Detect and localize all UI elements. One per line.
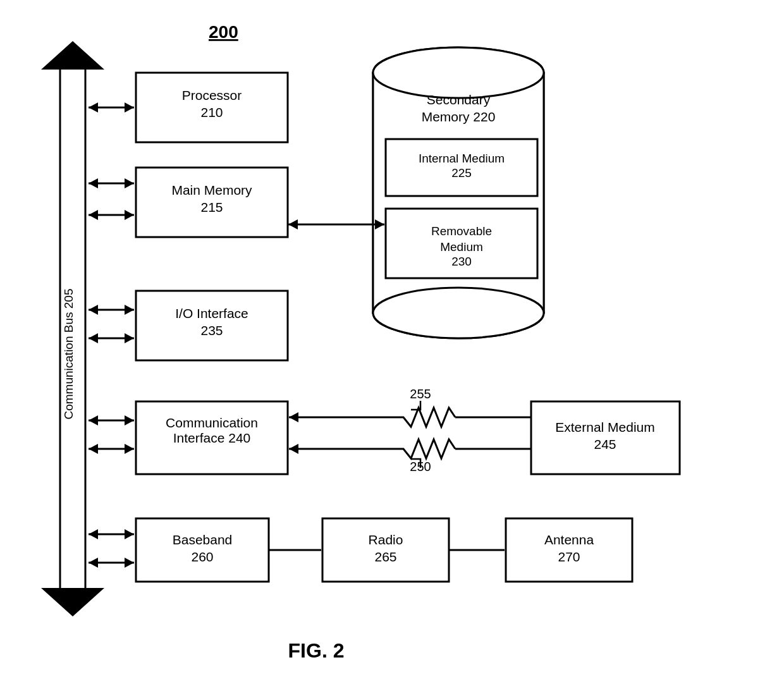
title: 200	[209, 22, 238, 42]
svg-marker-8	[125, 102, 134, 113]
svg-marker-52	[125, 415, 134, 425]
svg-rect-56	[531, 401, 680, 474]
svg-marker-0	[60, 63, 85, 594]
svg-text:Internal Medium: Internal Medium	[419, 152, 505, 165]
diagram-container: 200 Communication Bus 205 Processor 210 …	[0, 0, 784, 679]
svg-text:Radio: Radio	[369, 532, 403, 547]
svg-rect-3	[136, 73, 288, 142]
svg-text:Interface 240: Interface 240	[173, 431, 251, 445]
svg-marker-13	[89, 178, 98, 188]
comm-bus-label: Communication Bus 205	[62, 289, 75, 420]
svg-marker-46	[125, 333, 134, 343]
svg-point-20	[373, 288, 544, 338]
svg-rect-47	[136, 401, 288, 474]
svg-rect-9	[136, 168, 288, 237]
svg-rect-67	[136, 518, 269, 582]
svg-marker-17	[125, 210, 134, 220]
svg-rect-76	[322, 518, 449, 582]
svg-point-25	[373, 47, 544, 98]
svg-marker-1	[41, 41, 104, 70]
svg-marker-55	[125, 444, 134, 454]
svg-marker-71	[89, 529, 98, 539]
svg-text:270: 270	[558, 549, 580, 564]
diagram-svg: 200 Communication Bus 205 Processor 210 …	[0, 0, 784, 679]
svg-rect-21	[374, 73, 543, 312]
svg-text:Secondary: Secondary	[427, 92, 491, 107]
svg-text:Removable: Removable	[431, 224, 492, 238]
svg-text:215: 215	[200, 200, 223, 214]
svg-marker-43	[125, 305, 134, 315]
svg-marker-65	[289, 444, 298, 454]
svg-text:External Medium: External Medium	[555, 420, 655, 434]
svg-text:210: 210	[200, 105, 223, 119]
svg-marker-72	[125, 529, 134, 539]
svg-text:Medium: Medium	[440, 240, 483, 254]
svg-rect-31	[386, 209, 537, 278]
svg-text:255: 255	[410, 387, 431, 401]
svg-rect-38	[136, 291, 288, 360]
svg-text:235: 235	[200, 323, 223, 338]
svg-text:Main Memory: Main Memory	[171, 183, 252, 197]
svg-rect-28	[386, 139, 537, 196]
svg-marker-75	[125, 558, 134, 568]
svg-marker-51	[89, 415, 98, 425]
svg-marker-42	[89, 305, 98, 315]
svg-text:Baseband: Baseband	[173, 532, 233, 547]
svg-text:230: 230	[451, 255, 472, 268]
svg-rect-80	[506, 518, 632, 582]
svg-rect-18	[373, 73, 544, 313]
svg-text:260: 260	[191, 549, 213, 564]
svg-text:Antenna: Antenna	[544, 532, 594, 547]
svg-marker-14	[125, 178, 134, 188]
svg-point-24	[373, 288, 544, 338]
svg-marker-45	[89, 333, 98, 343]
svg-text:250: 250	[410, 460, 431, 474]
svg-marker-74	[89, 558, 98, 568]
svg-marker-37	[375, 219, 384, 229]
svg-marker-2	[41, 588, 104, 616]
svg-text:Processor: Processor	[182, 88, 242, 102]
svg-text:225: 225	[451, 166, 472, 180]
svg-marker-36	[288, 219, 298, 229]
svg-marker-61	[289, 412, 298, 422]
svg-marker-7	[89, 102, 98, 113]
svg-text:Memory 220: Memory 220	[422, 109, 496, 124]
svg-text:I/O Interface: I/O Interface	[175, 306, 248, 321]
svg-text:245: 245	[594, 437, 616, 451]
svg-text:265: 265	[374, 549, 396, 564]
svg-text:Communication: Communication	[166, 415, 258, 430]
svg-marker-54	[89, 444, 98, 454]
fig-label: FIG. 2	[288, 639, 345, 662]
svg-point-19	[373, 47, 544, 98]
svg-marker-16	[89, 210, 98, 220]
